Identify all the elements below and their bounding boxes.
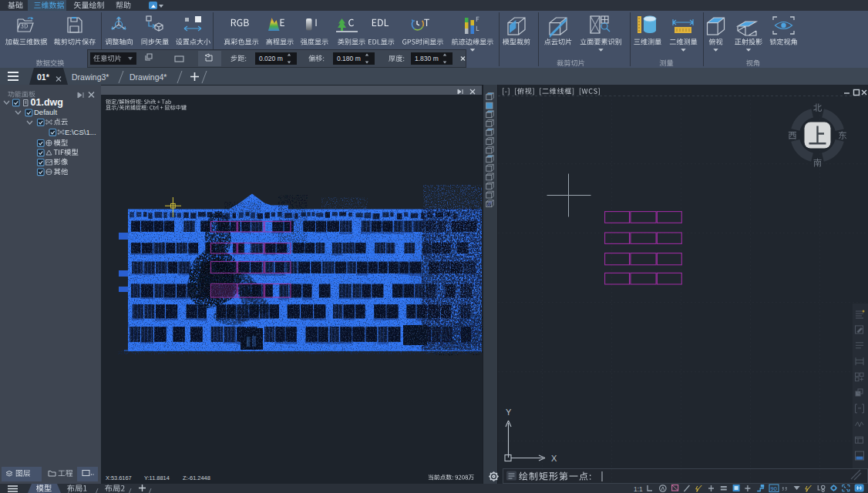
svg-text:0.180 m: 0.180 m: [337, 55, 361, 62]
svg-text:Z:-61.2448: Z:-61.2448: [183, 475, 210, 481]
svg-text:1.830 m: 1.830 m: [415, 55, 439, 62]
svg-text:E:\CS\1...: E:\CS\1...: [65, 128, 96, 136]
svg-text:Y: Y: [506, 407, 512, 417]
svg-text:Default: Default: [34, 108, 57, 116]
svg-text:Drawing4*: Drawing4*: [130, 72, 167, 82]
svg-text:Drawing3*: Drawing3*: [72, 72, 109, 82]
svg-text:1:1: 1:1: [634, 485, 643, 493]
svg-text:0.020 m: 0.020 m: [259, 55, 283, 62]
svg-text:90: 90: [771, 485, 777, 492]
svg-text:01*: 01*: [37, 72, 50, 82]
svg-text:Y:11.8814: Y:11.8814: [144, 475, 170, 481]
svg-text:X: X: [551, 454, 557, 463]
svg-text:01.dwg: 01.dwg: [31, 97, 63, 108]
svg-text:X:53.6167: X:53.6167: [106, 475, 132, 481]
